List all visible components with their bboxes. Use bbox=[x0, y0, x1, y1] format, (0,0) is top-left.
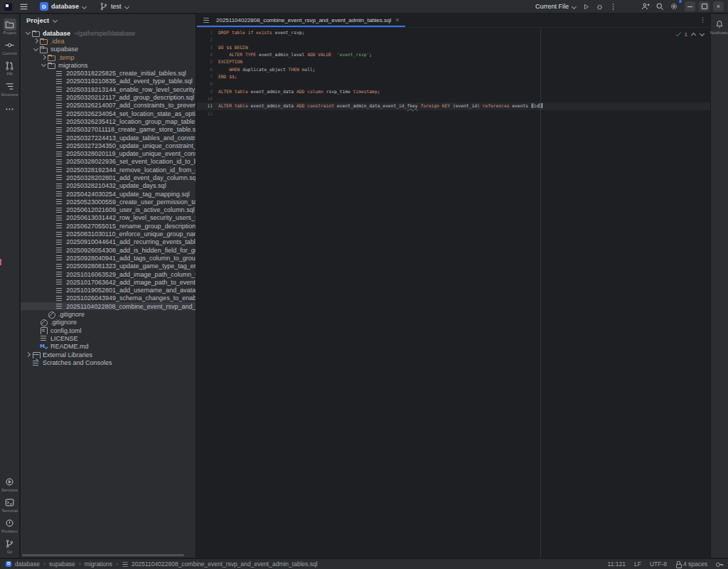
tree-item[interactable]: .gitignore bbox=[21, 319, 196, 326]
tree-item[interactable]: External Libraries bbox=[21, 351, 196, 358]
tree-item[interactable]: Scratches and Consoles bbox=[21, 358, 196, 366]
code-line[interactable]: 4 ALTER TYPE event_admin_level ADD VALUE… bbox=[197, 51, 710, 58]
encoding-widget[interactable]: UTF-8 bbox=[650, 560, 667, 568]
tree-item[interactable]: README.md bbox=[21, 343, 196, 351]
tool-button-pr[interactable]: PR bbox=[0, 58, 20, 78]
tree-item[interactable]: .gitignore bbox=[21, 310, 196, 318]
project-selector-button[interactable]: D database bbox=[37, 1, 90, 12]
tree-item[interactable]: migrations bbox=[21, 61, 196, 69]
line-separator-widget[interactable]: LF bbox=[634, 560, 641, 568]
tool-button-project[interactable]: Project bbox=[0, 16, 20, 36]
tree-item[interactable]: 20250327234350_update_unique_constraint_… bbox=[21, 142, 196, 149]
code-line[interactable]: 10 bbox=[197, 95, 710, 102]
tree-item[interactable]: 20250318225825_create_initial_tables.sql bbox=[21, 69, 196, 77]
tree-item[interactable]: 20250328202801_add_event_day_column.sql bbox=[21, 174, 196, 181]
tool-button-structure[interactable]: Structure bbox=[0, 78, 20, 98]
tool-button-notifications[interactable]: Notifications bbox=[710, 16, 728, 36]
tree-item[interactable]: 20250831030110_enforce_unique_group_name… bbox=[21, 230, 196, 238]
minimize-button[interactable] bbox=[685, 1, 695, 11]
tree-item[interactable]: 20250424030254_update_tag_mapping.sql bbox=[21, 190, 196, 198]
breadcrumb-item[interactable]: database bbox=[15, 560, 40, 568]
tool-button-commit[interactable]: Commit bbox=[0, 37, 20, 57]
breadcrumb-item[interactable]: supabase bbox=[49, 560, 75, 568]
tree-item[interactable]: 20250910044641_add_recurring_events_tabl… bbox=[21, 238, 196, 246]
chevron-expanded-icon[interactable] bbox=[41, 62, 47, 68]
tree-item[interactable]: 20250928081323_update_game_type_tag_enum… bbox=[21, 262, 196, 270]
indent-widget[interactable]: 4 spaces bbox=[675, 560, 707, 568]
code-line[interactable]: 6 WHEN duplicate_object THEN null; bbox=[197, 66, 710, 73]
previous-problem-icon[interactable] bbox=[690, 31, 696, 37]
tool-button-terminal[interactable]: Terminal bbox=[0, 494, 20, 514]
chevron-collapsed-icon[interactable] bbox=[41, 54, 47, 60]
tree-item[interactable]: 20250327011118_create_game_store_table.s… bbox=[21, 126, 196, 134]
more-actions-button[interactable] bbox=[606, 1, 620, 12]
tree-item[interactable]: database~/gatherspiel/database bbox=[21, 29, 196, 37]
run-button[interactable] bbox=[579, 1, 593, 12]
code-line[interactable]: 7END $$; bbox=[197, 73, 710, 80]
next-problem-icon[interactable] bbox=[699, 31, 705, 37]
inspections-widget[interactable]: 1 bbox=[675, 31, 705, 38]
chevron-collapsed-icon[interactable] bbox=[25, 351, 31, 358]
search-everywhere-button[interactable] bbox=[653, 1, 667, 12]
tree-item[interactable]: 20250612021609_user_is_active_column.sql bbox=[21, 206, 196, 214]
code-line[interactable]: 5EXCEPTION bbox=[197, 58, 710, 65]
code-line[interactable]: 8 bbox=[197, 80, 710, 87]
editor-tab[interactable]: 20251104022808_combine_event_rsvp_and_ev… bbox=[197, 14, 405, 27]
tree-item[interactable]: 20250327224413_update_tables_and_constra… bbox=[21, 134, 196, 142]
caret-position-widget[interactable]: 11:121 bbox=[608, 560, 626, 568]
tree-item[interactable]: 20250328192344_remove_location_id_from_g… bbox=[21, 166, 196, 174]
maximize-button[interactable] bbox=[699, 1, 710, 11]
code-line[interactable]: 12 bbox=[197, 110, 710, 117]
chevron-expanded-icon[interactable] bbox=[25, 30, 31, 36]
tree-item[interactable]: 20250928040941_add_tags_column_to_groups… bbox=[21, 254, 196, 262]
tree-item[interactable]: 20251019052801_add_username_and_avatar_c… bbox=[21, 287, 196, 294]
tree-item[interactable]: 20250320212117_add_group_description.sql bbox=[21, 93, 196, 101]
tree-item[interactable]: 20250328020119_update_unique_event_const… bbox=[21, 149, 196, 157]
tool-button-problems[interactable]: Problem bbox=[0, 515, 20, 535]
tree-item[interactable]: .idea bbox=[21, 37, 196, 45]
vcs-branch-button[interactable]: test bbox=[97, 1, 132, 12]
key-icon[interactable] bbox=[716, 561, 722, 568]
code-line[interactable]: 3DO $$ BEGIN bbox=[197, 44, 710, 51]
tree-item[interactable]: config.toml bbox=[21, 326, 196, 334]
breadcrumb-item[interactable]: migrations bbox=[85, 560, 112, 568]
code-editor[interactable]: 1DROP table if exists event_rsvp;23DO $$… bbox=[197, 28, 710, 558]
code-line[interactable]: 1DROP table if exists event_rsvp; bbox=[197, 29, 710, 36]
tree-item[interactable]: 20250319210835_add_event_type_table.sql bbox=[21, 78, 196, 85]
horizontal-scrollbar[interactable] bbox=[22, 554, 184, 556]
breadcrumb-item[interactable]: 20251104022808_combine_event_rsvp_and_ev… bbox=[132, 560, 318, 568]
tree-item[interactable]: 20250523000559_create_user_permission_ta… bbox=[21, 198, 196, 206]
tree-item[interactable]: 20250326235412_location_group_map_table.… bbox=[21, 117, 196, 125]
chevron-collapsed-icon[interactable] bbox=[33, 38, 39, 44]
tool-button-more[interactable] bbox=[0, 99, 20, 119]
debug-button[interactable] bbox=[593, 1, 606, 12]
chevron-expanded-icon[interactable] bbox=[33, 46, 39, 53]
tree-item[interactable]: supabase bbox=[21, 46, 196, 53]
tree-item[interactable]: 20250326234054_set_location_state_as_opt… bbox=[21, 110, 196, 117]
tree-item[interactable]: 20250326214007_add_constraints_to_preven… bbox=[21, 102, 196, 110]
code-with-me-button[interactable] bbox=[638, 1, 653, 12]
close-tab-icon[interactable]: × bbox=[395, 17, 399, 23]
tree-item[interactable]: 20251016063529_add_image_path_column_to_… bbox=[21, 270, 196, 278]
tree-item[interactable]: 20250926054308_add_is_hidden_field_for_g… bbox=[21, 246, 196, 254]
code-line[interactable]: 2 bbox=[197, 36, 710, 43]
tree-item[interactable]: 20251104022808_combine_event_rsvp_and_ev… bbox=[21, 302, 196, 310]
settings-button[interactable] bbox=[667, 1, 681, 12]
main-menu-button[interactable] bbox=[16, 1, 31, 13]
tree-item[interactable]: LICENSE bbox=[21, 334, 196, 342]
code-line[interactable]: 9ALTER table event_admin_data ADD column… bbox=[197, 88, 710, 95]
project-panel-header[interactable]: Project bbox=[21, 14, 196, 26]
tree-item[interactable]: 20250613031442_row_level_security_users_… bbox=[21, 214, 196, 222]
tree-item[interactable]: 20250328210432_update_days.sql bbox=[21, 182, 196, 190]
run-config-selector[interactable]: Current File bbox=[532, 1, 579, 11]
tab-list-menu-button[interactable]: ⋮ bbox=[700, 16, 706, 23]
tree-item[interactable]: 20250627055015_rename_group_description_… bbox=[21, 222, 196, 230]
code-line[interactable]: 11ALTER table event_admin_data ADD const… bbox=[197, 102, 710, 110]
tree-item[interactable]: 20251026043949_schema_changes_to_enable_… bbox=[21, 294, 196, 302]
close-button[interactable]: × bbox=[713, 1, 724, 11]
tree-item[interactable]: 20251017063642_add_image_path_to_events.… bbox=[21, 278, 196, 286]
tree-item[interactable]: 20250319213144_enable_row_level_security… bbox=[21, 85, 196, 93]
tree-item[interactable]: 20250328022936_set_event_location_id_to_… bbox=[21, 158, 196, 166]
tree-item[interactable]: .temp bbox=[21, 53, 196, 61]
tool-button-services[interactable]: Services bbox=[0, 474, 20, 494]
